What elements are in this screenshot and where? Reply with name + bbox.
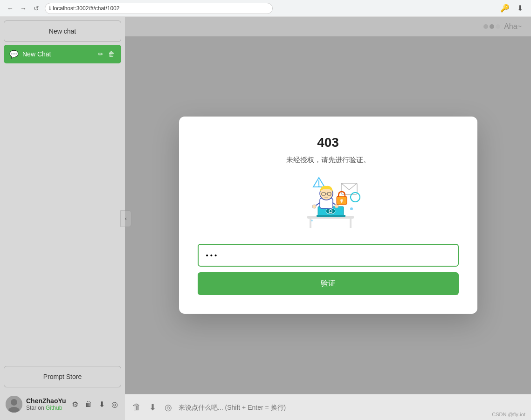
svg-point-6 (318, 186, 319, 187)
svg-point-7 (351, 193, 360, 202)
user-download-button[interactable]: ⬇ (97, 398, 107, 411)
svg-point-20 (312, 205, 316, 208)
logo-dot-1 (483, 24, 488, 29)
input-delete-button[interactable]: 🗑 (131, 400, 143, 414)
modal-illustration (286, 174, 370, 234)
chat-icon: 💬 (9, 50, 19, 59)
chat-item[interactable]: 💬 New Chat ✏ 🗑 (4, 45, 121, 63)
svg-point-1 (11, 399, 17, 406)
reload-button[interactable]: ↺ (32, 4, 41, 13)
user-info: ChenZhaoYu Star on Github ⚙ 🗑 ⬇ ◎ (4, 392, 121, 416)
submit-button[interactable]: 验证 (198, 272, 459, 295)
svg-rect-12 (317, 215, 345, 217)
back-button[interactable]: ← (6, 4, 15, 13)
user-sub: Star on Github (26, 405, 66, 411)
watermark: CSDN @fly-iot (492, 412, 525, 417)
user-name: ChenZhaoYu (26, 397, 66, 405)
chat-item-actions: ✏ 🗑 (97, 49, 116, 59)
logo-dot-3 (496, 24, 500, 29)
modal-message: 未经授权，请先进行验证。 (286, 156, 370, 165)
new-chat-button[interactable]: New chat (4, 21, 121, 42)
auth-modal: 403 未经授权，请先进行验证。 (179, 117, 477, 314)
browser-bar: ← → ↺ ℹ localhost:3002/#/chat/1002 🔑 ⬇ (0, 0, 531, 17)
modal-overlay: 403 未经授权，请先进行验证。 (125, 36, 531, 394)
svg-rect-10 (350, 219, 352, 228)
delete-chat-button[interactable]: 🗑 (107, 49, 116, 59)
settings-button[interactable]: ⚙ (70, 398, 80, 411)
password-input[interactable] (198, 244, 459, 267)
security-icon: ℹ (49, 5, 51, 11)
edit-chat-button[interactable]: ✏ (97, 49, 104, 59)
user-text: ChenZhaoYu Star on Github (26, 397, 66, 411)
header-title: Aha~ (504, 22, 522, 31)
main-header: Aha~ (125, 17, 531, 36)
input-share-button[interactable]: ◎ (163, 400, 174, 414)
main-content: Aha~ 403 未经授权，请先进行验证。 (125, 17, 531, 420)
user-delete-button[interactable]: 🗑 (83, 398, 94, 411)
chat-item-label: New Chat (22, 50, 93, 58)
input-bar: 🗑 ⬇ ◎ (125, 394, 531, 420)
chat-area: 403 未经授权，请先进行验证。 (125, 36, 531, 394)
logo-dot-2 (490, 24, 494, 29)
error-code: 403 (317, 135, 339, 150)
avatar (6, 396, 22, 413)
sidebar: New chat 💬 New Chat ✏ 🗑 Prompt Store Che… (0, 17, 125, 420)
key-button[interactable]: 🔑 (499, 3, 510, 14)
prompt-store-button[interactable]: Prompt Store (4, 366, 121, 387)
header-branding: Aha~ (483, 22, 522, 31)
svg-point-31 (311, 220, 313, 221)
download-button[interactable]: ⬇ (514, 3, 525, 14)
chat-input[interactable] (179, 404, 525, 411)
header-logo (483, 24, 500, 29)
svg-point-30 (350, 207, 353, 210)
user-actions: ⚙ 🗑 ⬇ ◎ (70, 398, 120, 411)
github-link[interactable]: Github (46, 405, 62, 411)
address-bar[interactable]: ℹ localhost:3002/#/chat/1002 (45, 3, 273, 14)
url-text: localhost:3002/#/chat/1002 (53, 5, 119, 12)
app-container: New chat 💬 New Chat ✏ 🗑 Prompt Store Che… (0, 17, 531, 420)
forward-button[interactable]: → (19, 4, 28, 13)
user-share-button[interactable]: ◎ (110, 398, 120, 411)
svg-point-15 (329, 210, 331, 213)
input-download-button[interactable]: ⬇ (147, 400, 158, 414)
